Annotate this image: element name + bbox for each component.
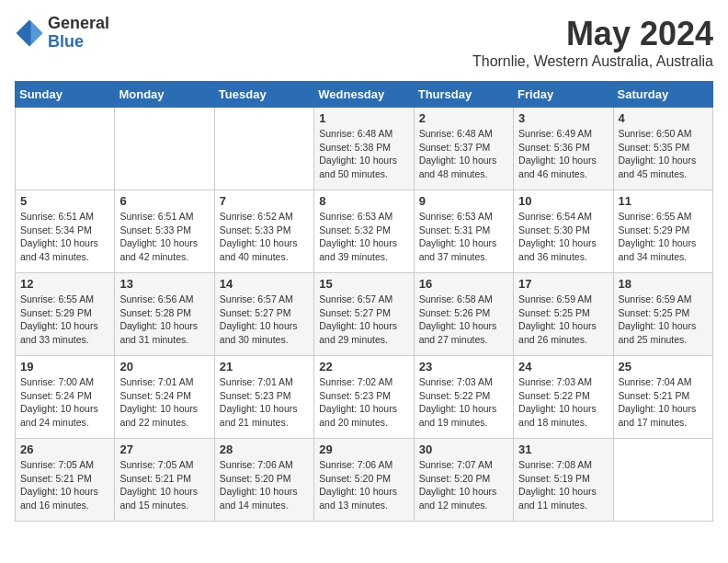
calendar-day-cell: 26Sunrise: 7:05 AM Sunset: 5:21 PM Dayli… <box>16 439 115 522</box>
day-info: Sunrise: 7:07 AM Sunset: 5:20 PM Dayligh… <box>419 458 508 512</box>
day-number: 21 <box>220 360 309 373</box>
day-info: Sunrise: 6:53 AM Sunset: 5:32 PM Dayligh… <box>319 210 408 264</box>
calendar-day-cell: 15Sunrise: 6:57 AM Sunset: 5:27 PM Dayli… <box>314 273 414 356</box>
day-number: 6 <box>119 194 209 208</box>
calendar-day-cell: 22Sunrise: 7:02 AM Sunset: 5:23 PM Dayli… <box>314 356 414 439</box>
location-title: Thornlie, Western Australia, Australia <box>472 53 713 70</box>
month-title: May 2024 <box>472 15 713 53</box>
calendar-day-cell: 5Sunrise: 6:51 AM Sunset: 5:34 PM Daylig… <box>16 190 115 273</box>
logo-general-text: General <box>48 15 109 33</box>
day-info: Sunrise: 6:57 AM Sunset: 5:27 PM Dayligh… <box>319 293 408 347</box>
day-info: Sunrise: 7:02 AM Sunset: 5:23 PM Dayligh… <box>319 375 408 430</box>
calendar-day-cell: 18Sunrise: 6:59 AM Sunset: 5:25 PM Dayli… <box>613 273 712 356</box>
day-number: 30 <box>419 442 508 456</box>
day-info: Sunrise: 7:03 AM Sunset: 5:22 PM Dayligh… <box>419 375 508 430</box>
weekday-header: Sunday <box>16 82 115 108</box>
calendar-day-cell: 3Sunrise: 6:49 AM Sunset: 5:36 PM Daylig… <box>514 108 613 190</box>
day-info: Sunrise: 6:50 AM Sunset: 5:35 PM Dayligh… <box>619 127 708 181</box>
day-number: 17 <box>518 277 608 291</box>
day-number: 13 <box>119 277 209 291</box>
svg-marker-1 <box>31 21 43 45</box>
calendar-day-cell: 12Sunrise: 6:55 AM Sunset: 5:29 PM Dayli… <box>16 273 115 356</box>
calendar-day-cell: 4Sunrise: 6:50 AM Sunset: 5:35 PM Daylig… <box>613 108 712 190</box>
day-number: 2 <box>419 111 508 125</box>
day-number: 12 <box>20 277 109 291</box>
day-info: Sunrise: 7:05 AM Sunset: 5:21 PM Dayligh… <box>119 458 209 512</box>
day-info: Sunrise: 6:51 AM Sunset: 5:34 PM Dayligh… <box>20 210 109 264</box>
day-info: Sunrise: 6:58 AM Sunset: 5:26 PM Dayligh… <box>419 293 508 347</box>
day-number: 16 <box>419 277 508 291</box>
calendar-day-cell: 21Sunrise: 7:01 AM Sunset: 5:23 PM Dayli… <box>214 356 313 439</box>
day-number: 14 <box>220 277 309 291</box>
title-block: May 2024 Thornlie, Western Australia, Au… <box>472 15 713 70</box>
calendar-day-cell: 8Sunrise: 6:53 AM Sunset: 5:32 PM Daylig… <box>314 190 414 273</box>
weekday-header: Friday <box>514 82 613 108</box>
day-number: 29 <box>319 442 408 456</box>
day-number: 11 <box>619 194 708 208</box>
day-info: Sunrise: 7:01 AM Sunset: 5:24 PM Dayligh… <box>119 375 209 430</box>
weekday-header-row: SundayMondayTuesdayWednesdayThursdayFrid… <box>16 82 713 108</box>
calendar-day-cell <box>214 108 313 190</box>
day-number: 20 <box>119 360 209 373</box>
logo-text: General Blue <box>48 15 109 52</box>
weekday-header: Saturday <box>613 82 712 108</box>
calendar-week-row: 5Sunrise: 6:51 AM Sunset: 5:34 PM Daylig… <box>16 190 713 273</box>
calendar-week-row: 12Sunrise: 6:55 AM Sunset: 5:29 PM Dayli… <box>16 273 713 356</box>
calendar-day-cell <box>16 108 115 190</box>
calendar-day-cell: 1Sunrise: 6:48 AM Sunset: 5:38 PM Daylig… <box>314 108 414 190</box>
day-number: 5 <box>20 194 109 208</box>
calendar-day-cell: 20Sunrise: 7:01 AM Sunset: 5:24 PM Dayli… <box>115 356 214 439</box>
calendar-day-cell: 27Sunrise: 7:05 AM Sunset: 5:21 PM Dayli… <box>115 439 214 522</box>
calendar-day-cell: 29Sunrise: 7:06 AM Sunset: 5:20 PM Dayli… <box>314 439 414 522</box>
day-info: Sunrise: 6:59 AM Sunset: 5:25 PM Dayligh… <box>619 293 708 347</box>
day-info: Sunrise: 6:55 AM Sunset: 5:29 PM Dayligh… <box>20 293 109 347</box>
day-info: Sunrise: 6:56 AM Sunset: 5:28 PM Dayligh… <box>119 293 209 347</box>
day-info: Sunrise: 7:06 AM Sunset: 5:20 PM Dayligh… <box>319 458 408 512</box>
calendar-table: SundayMondayTuesdayWednesdayThursdayFrid… <box>15 81 713 522</box>
weekday-header: Wednesday <box>314 82 414 108</box>
calendar-day-cell: 11Sunrise: 6:55 AM Sunset: 5:29 PM Dayli… <box>613 190 712 273</box>
weekday-header: Monday <box>115 82 214 108</box>
day-number: 28 <box>220 442 309 456</box>
weekday-header: Thursday <box>414 82 513 108</box>
calendar-week-row: 26Sunrise: 7:05 AM Sunset: 5:21 PM Dayli… <box>16 439 713 522</box>
day-number: 9 <box>419 194 508 208</box>
calendar-week-row: 19Sunrise: 7:00 AM Sunset: 5:24 PM Dayli… <box>16 356 713 439</box>
day-number: 25 <box>619 360 708 373</box>
logo-icon <box>15 18 44 48</box>
day-info: Sunrise: 7:01 AM Sunset: 5:23 PM Dayligh… <box>220 375 309 430</box>
day-number: 1 <box>319 111 408 125</box>
header: General Blue May 2024 Thornlie, Western … <box>15 15 713 70</box>
day-info: Sunrise: 7:04 AM Sunset: 5:21 PM Dayligh… <box>619 375 708 430</box>
day-number: 23 <box>419 360 508 373</box>
day-info: Sunrise: 7:08 AM Sunset: 5:19 PM Dayligh… <box>518 458 608 512</box>
day-info: Sunrise: 7:03 AM Sunset: 5:22 PM Dayligh… <box>518 375 608 430</box>
logo-blue-text: Blue <box>48 33 109 52</box>
day-number: 18 <box>619 277 708 291</box>
day-info: Sunrise: 7:00 AM Sunset: 5:24 PM Dayligh… <box>20 375 109 430</box>
calendar-day-cell: 23Sunrise: 7:03 AM Sunset: 5:22 PM Dayli… <box>414 356 513 439</box>
calendar-day-cell: 13Sunrise: 6:56 AM Sunset: 5:28 PM Dayli… <box>115 273 214 356</box>
calendar-day-cell: 31Sunrise: 7:08 AM Sunset: 5:19 PM Dayli… <box>514 439 613 522</box>
calendar-day-cell: 10Sunrise: 6:54 AM Sunset: 5:30 PM Dayli… <box>514 190 613 273</box>
day-info: Sunrise: 7:06 AM Sunset: 5:20 PM Dayligh… <box>220 458 309 512</box>
day-number: 27 <box>119 442 209 456</box>
calendar-day-cell <box>613 439 712 522</box>
day-info: Sunrise: 6:52 AM Sunset: 5:33 PM Dayligh… <box>220 210 309 264</box>
day-info: Sunrise: 6:51 AM Sunset: 5:33 PM Dayligh… <box>119 210 209 264</box>
day-number: 19 <box>20 360 109 373</box>
day-number: 15 <box>319 277 408 291</box>
calendar-day-cell: 24Sunrise: 7:03 AM Sunset: 5:22 PM Dayli… <box>514 356 613 439</box>
day-info: Sunrise: 6:48 AM Sunset: 5:38 PM Dayligh… <box>319 127 408 181</box>
day-number: 22 <box>319 360 408 373</box>
weekday-header: Tuesday <box>214 82 313 108</box>
day-number: 31 <box>518 442 608 456</box>
day-info: Sunrise: 6:55 AM Sunset: 5:29 PM Dayligh… <box>619 210 708 264</box>
calendar-day-cell: 28Sunrise: 7:06 AM Sunset: 5:20 PM Dayli… <box>214 439 313 522</box>
day-info: Sunrise: 6:57 AM Sunset: 5:27 PM Dayligh… <box>220 293 309 347</box>
calendar-day-cell: 7Sunrise: 6:52 AM Sunset: 5:33 PM Daylig… <box>214 190 313 273</box>
day-number: 3 <box>518 111 608 125</box>
calendar-day-cell <box>115 108 214 190</box>
calendar-day-cell: 6Sunrise: 6:51 AM Sunset: 5:33 PM Daylig… <box>115 190 214 273</box>
day-info: Sunrise: 7:05 AM Sunset: 5:21 PM Dayligh… <box>20 458 109 512</box>
